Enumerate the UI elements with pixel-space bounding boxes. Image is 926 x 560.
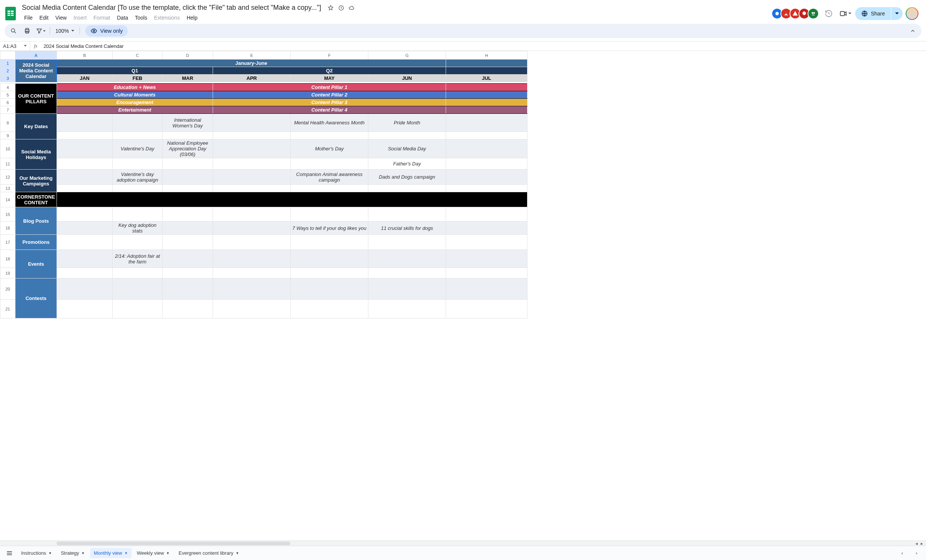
cell-pillar2-q1[interactable]: Cultural Moments (57, 91, 213, 99)
row-header-2[interactable]: 2 (0, 67, 15, 75)
history-icon[interactable] (822, 7, 836, 20)
cell-F8[interactable]: Mental Health Awareness Month (291, 114, 368, 132)
scroll-right-icon[interactable]: ► (919, 541, 924, 546)
zoom-dropdown[interactable]: 100% (53, 26, 77, 35)
cell-D16[interactable] (163, 222, 213, 235)
row-header-13[interactable]: 13 (0, 185, 15, 192)
move-icon[interactable] (338, 5, 345, 11)
cell-C17[interactable] (113, 235, 163, 250)
cell-G8[interactable]: Pride Month (368, 114, 446, 132)
cell-C20[interactable] (113, 278, 163, 300)
tab-evergreen[interactable]: Evergreen content library▼ (175, 548, 243, 558)
cell-contests-label[interactable]: Contests (15, 278, 57, 318)
row-header-16[interactable]: 16 (0, 222, 15, 235)
cell-H17[interactable] (446, 235, 527, 250)
cell-pillars-label[interactable]: OUR CONTENT PILLARS (15, 84, 57, 114)
row-header-10[interactable]: 10 (0, 139, 15, 158)
cell-F21[interactable] (291, 300, 368, 318)
row-header-4[interactable]: 4 (0, 84, 15, 91)
cell-H15[interactable] (446, 207, 527, 222)
cell-B16[interactable] (57, 222, 113, 235)
cell-C12[interactable]: Valentine's day adoption campaign (113, 170, 163, 185)
col-header-F[interactable]: F (291, 51, 368, 60)
tab-monthly-view[interactable]: Monthly view▼ (90, 548, 132, 558)
share-button[interactable]: Share (855, 7, 891, 20)
cell-E18[interactable] (213, 250, 291, 268)
cell-G11[interactable]: Father's Day (368, 158, 446, 170)
cell-may[interactable]: MAY (291, 75, 368, 82)
cell-pillar4-q2[interactable]: Content Pillar 4 (213, 106, 446, 114)
cell-E11[interactable] (213, 158, 291, 170)
name-box[interactable]: A1:A3 (0, 41, 30, 50)
cell-B15[interactable] (57, 207, 113, 222)
star-icon[interactable] (327, 5, 334, 11)
account-avatar[interactable] (906, 7, 918, 20)
cell-feb[interactable]: FEB (113, 75, 163, 82)
cell-D8[interactable]: International Women's Day (163, 114, 213, 132)
cell-E19[interactable] (213, 268, 291, 278)
cell-B12[interactable] (57, 170, 113, 185)
cell-F13[interactable] (291, 185, 368, 192)
cell-H18[interactable] (446, 250, 527, 268)
cell-D12[interactable] (163, 170, 213, 185)
cell-q1[interactable]: Q1 (57, 67, 213, 75)
cell-pillar1-h[interactable] (446, 84, 527, 91)
cell-pillar3-q1[interactable]: Encouragement (57, 99, 213, 106)
col-header-A[interactable]: A (15, 51, 57, 60)
row-header-8[interactable]: 8 (0, 114, 15, 132)
tab-strategy[interactable]: Strategy▼ (57, 548, 88, 558)
cell-D18[interactable] (163, 250, 213, 268)
menu-file[interactable]: File (21, 13, 36, 22)
cell-B9[interactable] (57, 132, 113, 139)
row-header-5[interactable]: 5 (0, 91, 15, 99)
cell-pillar4-h[interactable] (446, 106, 527, 114)
cell-D13[interactable] (163, 185, 213, 192)
cell-B18[interactable] (57, 250, 113, 268)
document-title[interactable]: Social Media Content Calendar [To use th… (20, 3, 323, 12)
cell-H16[interactable] (446, 222, 527, 235)
cell-E21[interactable] (213, 300, 291, 318)
cell-H13[interactable] (446, 185, 527, 192)
cell-H1[interactable] (446, 60, 527, 67)
cell-B8[interactable] (57, 114, 113, 132)
search-icon[interactable] (8, 25, 20, 37)
cell-D20[interactable] (163, 278, 213, 300)
menu-help[interactable]: Help (184, 13, 201, 22)
cell-campaigns-label[interactable]: Our Marketing Campaigns (15, 170, 57, 192)
cell-H20[interactable] (446, 278, 527, 300)
cell-F18[interactable] (291, 250, 368, 268)
tab-scroll-left-icon[interactable]: ‹ (896, 548, 909, 559)
horizontal-scrollbar[interactable]: ◄ ► (0, 540, 926, 546)
row-header-21[interactable]: 21 (0, 300, 15, 318)
tab-instructions[interactable]: Instructions▼ (17, 548, 55, 558)
cell-H21[interactable] (446, 300, 527, 318)
cell-H11[interactable] (446, 158, 527, 170)
cell-H12[interactable] (446, 170, 527, 185)
cell-pillar3-q2[interactable]: Content Pillar 3 (213, 99, 446, 106)
cell-D11[interactable] (163, 158, 213, 170)
cell-G18[interactable] (368, 250, 446, 268)
cell-blog-label[interactable]: Blog Posts (15, 207, 57, 235)
menu-tools[interactable]: Tools (132, 13, 150, 22)
cell-G9[interactable] (368, 132, 446, 139)
view-mode-chip[interactable]: View only (85, 25, 128, 37)
col-header-B[interactable]: B (57, 51, 113, 60)
cell-pillar3-h[interactable] (446, 99, 527, 106)
row-header-9[interactable]: 9 (0, 132, 15, 139)
cell-B10[interactable] (57, 139, 113, 158)
collapse-toolbar-icon[interactable] (907, 25, 918, 37)
share-dropdown[interactable] (891, 7, 903, 20)
all-sheets-icon[interactable] (3, 548, 16, 559)
cell-keydates-label[interactable]: Key Dates (15, 114, 57, 139)
cell-D21[interactable] (163, 300, 213, 318)
spreadsheet-grid[interactable]: A B C D E F G H 1 2024 Social Media Cont… (0, 51, 926, 540)
cell-H10[interactable] (446, 139, 527, 158)
cell-D10[interactable]: National Employee Appreciation Day (03/0… (163, 139, 213, 158)
cell-B13[interactable] (57, 185, 113, 192)
scroll-left-icon[interactable]: ◄ (914, 541, 919, 546)
cell-F19[interactable] (291, 268, 368, 278)
row-header-15[interactable]: 15 (0, 207, 15, 222)
row-header-6[interactable]: 6 (0, 99, 15, 106)
cell-cornerstone-band[interactable] (57, 192, 527, 207)
cloud-icon[interactable] (348, 5, 355, 11)
